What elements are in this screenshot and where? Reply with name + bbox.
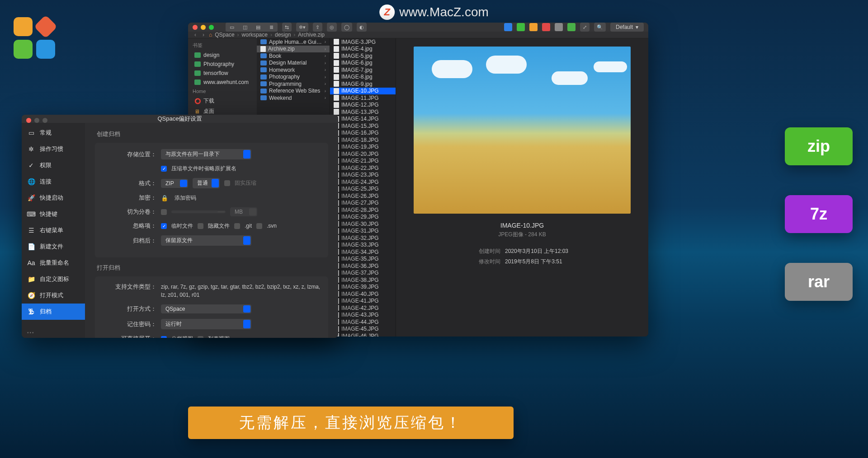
prefs-sidebar-item[interactable]: ▭常规	[22, 125, 85, 141]
resize-handle[interactable]: •••	[27, 330, 35, 335]
file-row[interactable]: IMAGE-15.JPG	[330, 122, 396, 130]
file-row[interactable]: IMAGE-6.jpg	[330, 60, 396, 67]
solid-checkbox[interactable]	[224, 180, 230, 186]
maximize-button[interactable]	[209, 25, 214, 30]
action-menu-button[interactable]: ✲▾	[296, 23, 308, 32]
file-row[interactable]: IMAGE-37.JPG	[330, 270, 396, 277]
folder-row[interactable]: Archive.zip›	[257, 46, 330, 53]
share-button[interactable]: ⇪	[313, 23, 322, 32]
prefs-sidebar-item[interactable]: ⌨快捷键	[22, 206, 85, 222]
file-row[interactable]: IMAGE-7.jpg	[330, 66, 396, 74]
file-row[interactable]: IMAGE-10.JPG	[330, 88, 396, 95]
sidebar-bookmark-item[interactable]: tensorflow	[188, 69, 257, 78]
prefs-sidebar-item[interactable]: 🚀快捷启动	[22, 190, 85, 206]
workspace-dot-6[interactable]	[567, 23, 576, 31]
workspace-dot-1[interactable]	[504, 23, 512, 31]
workspace-dot-4[interactable]	[542, 23, 550, 31]
home-icon[interactable]: ⌂	[209, 32, 212, 38]
file-row[interactable]: IMAGE-4.jpg	[330, 46, 396, 53]
file-row[interactable]: IMAGE-40.JPG	[330, 290, 396, 298]
file-row[interactable]: IMAGE-8.jpg	[330, 74, 396, 81]
folder-row[interactable]: Apple Huma...e Guidelines›	[257, 38, 330, 46]
file-row[interactable]: IMAGE-3.JPG	[330, 38, 396, 46]
nav-forward-button[interactable]: ›	[203, 32, 204, 38]
folder-row[interactable]: Homework›	[257, 66, 330, 74]
nav-back-button[interactable]: ‹	[194, 32, 196, 38]
close-button[interactable]	[193, 25, 198, 30]
file-row[interactable]: IMAGE-30.JPG	[330, 220, 396, 228]
prefs-sidebar-item[interactable]: 📄新建文件	[22, 238, 85, 255]
sidebar-bookmark-item[interactable]: design	[188, 51, 257, 60]
open-with-select[interactable]: QSpace	[161, 304, 251, 313]
compression-select[interactable]: 普通	[193, 178, 220, 188]
file-row[interactable]: IMAGE-14.JPG	[330, 116, 396, 123]
file-row[interactable]: IMAGE-33.JPG	[330, 242, 396, 249]
remember-pw-select[interactable]: 运行时	[161, 319, 251, 329]
view-options-button[interactable]: ⇆	[282, 23, 292, 32]
file-row[interactable]: IMAGE-32.JPG	[330, 234, 396, 242]
file-row[interactable]: IMAGE-9.jpg	[330, 80, 396, 88]
file-row[interactable]: IMAGE-16.JPG	[330, 130, 396, 137]
file-row[interactable]: IMAGE-34.JPG	[330, 248, 396, 256]
file-row[interactable]: IMAGE-36.JPG	[330, 262, 396, 270]
after-archive-select[interactable]: 保留原文件	[161, 235, 251, 246]
breadcrumb-0[interactable]: QSpace	[215, 32, 234, 38]
workspace-dot-2[interactable]	[517, 23, 525, 31]
folder-row[interactable]: Programming›	[257, 80, 330, 88]
file-row[interactable]: IMAGE-42.JPG	[330, 304, 396, 312]
file-row[interactable]: IMAGE-23.JPG	[330, 172, 396, 179]
storage-select[interactable]: 与原文件在同一目录下	[161, 149, 251, 159]
ignore-git-checkbox[interactable]	[234, 223, 240, 229]
prefs-sidebar-item[interactable]: 🌐连接	[22, 173, 85, 190]
folder-row[interactable]: Book›	[257, 52, 330, 60]
file-row[interactable]: IMAGE-25.JPG	[330, 186, 396, 193]
expand-button[interactable]: ⤢	[580, 23, 590, 32]
file-row[interactable]: IMAGE-13.JPG	[330, 108, 396, 116]
sidebar-bookmark-item[interactable]: www.awehunt.com	[188, 78, 257, 87]
search-button[interactable]: 🔍	[594, 23, 606, 32]
breadcrumb-3[interactable]: Archive.zip	[298, 32, 325, 38]
prefs-sidebar-item[interactable]: ✓权限	[22, 157, 85, 173]
color-button[interactable]: ◐	[357, 23, 367, 32]
file-row[interactable]: IMAGE-20.JPG	[330, 150, 396, 158]
file-row[interactable]: IMAGE-22.JPG	[330, 164, 396, 172]
breadcrumb-2[interactable]: design	[275, 32, 291, 38]
prefs-sidebar-item[interactable]: Aa批量重命名	[22, 255, 85, 271]
folder-row[interactable]: Design Material›	[257, 60, 330, 67]
file-row[interactable]: IMAGE-11.JPG	[330, 94, 396, 102]
file-row[interactable]: IMAGE-19.JPG	[330, 144, 396, 151]
file-row[interactable]: IMAGE-24.JPG	[330, 178, 396, 186]
file-row[interactable]: IMAGE-26.JPG	[330, 192, 396, 200]
minimize-button[interactable]	[201, 25, 206, 30]
prefs-sidebar-item[interactable]: 🧭打开模式	[22, 287, 85, 304]
ignore-hidden-checkbox[interactable]	[198, 223, 203, 229]
expand-column-checkbox[interactable]	[161, 336, 167, 338]
file-row[interactable]: IMAGE-46.JPG	[330, 332, 396, 336]
prefs-sidebar-item[interactable]: 📁自定义图标	[22, 271, 85, 287]
file-row[interactable]: IMAGE-21.JPG	[330, 158, 396, 165]
ignore-svn-checkbox[interactable]	[256, 223, 262, 229]
file-row[interactable]: IMAGE-35.JPG	[330, 256, 396, 263]
file-row[interactable]: IMAGE-5.jpg	[330, 52, 396, 60]
view-mode-group[interactable]: ▭◫▤≣	[226, 23, 278, 32]
folder-row[interactable]: Reference Web Sites›	[257, 88, 330, 95]
folder-row[interactable]: Photography›	[257, 74, 330, 81]
add-password-link[interactable]: 添加密码	[175, 194, 196, 202]
file-row[interactable]: IMAGE-29.JPG	[330, 214, 396, 221]
ignore-temp-checkbox[interactable]	[161, 223, 167, 229]
folder-row[interactable]: Weekend›	[257, 94, 330, 102]
prefs-sidebar-item[interactable]: ✲操作习惯	[22, 141, 85, 157]
sidebar-home-item[interactable]: ⭕下载	[188, 96, 257, 106]
prefs-sidebar-item[interactable]: ☰右键菜单	[22, 222, 85, 238]
file-row[interactable]: IMAGE-38.JPG	[330, 276, 396, 284]
breadcrumb-1[interactable]: workspace	[242, 32, 268, 38]
omit-ext-checkbox[interactable]	[161, 166, 167, 172]
file-row[interactable]: IMAGE-27.JPG	[330, 200, 396, 207]
file-row[interactable]: IMAGE-43.JPG	[330, 312, 396, 319]
sidebar-bookmark-item[interactable]: Photography	[188, 60, 257, 69]
prefs-close-button[interactable]	[26, 118, 31, 123]
file-row[interactable]: IMAGE-45.JPG	[330, 326, 396, 333]
split-checkbox[interactable]	[161, 209, 167, 215]
profile-dropdown[interactable]: Default▾	[610, 23, 644, 32]
expand-list-checkbox[interactable]	[198, 336, 203, 338]
